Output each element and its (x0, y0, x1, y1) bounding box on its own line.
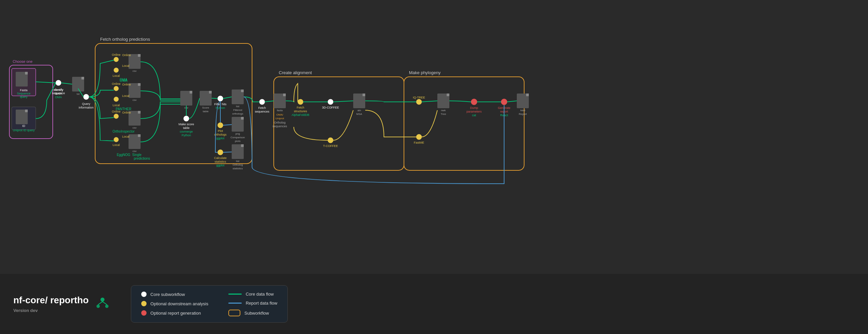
svg-text:Sequence: Sequence (17, 92, 31, 95)
svg-text:Local: Local (122, 64, 129, 67)
optional-report-label: Optional report generation (151, 311, 201, 315)
svg-text:Identify: Identify (54, 88, 63, 92)
svg-text:fasta: fasta (277, 109, 283, 112)
svg-point-146 (501, 99, 507, 105)
svg-text:Online: Online (112, 110, 121, 113)
svg-text:table: table (183, 126, 190, 130)
svg-point-133 (416, 99, 422, 104)
svg-text:Tree: Tree (441, 113, 446, 116)
svg-text:nwk: nwk (441, 109, 446, 112)
svg-text:Uniprot ID query: Uniprot ID query (13, 129, 35, 132)
svg-text:Fetch: Fetch (258, 106, 266, 110)
svg-point-120 (298, 99, 303, 104)
svg-text:Ortholog: Ortholog (233, 163, 243, 166)
legend-core-flow: Core data flow (228, 292, 277, 297)
svg-text:Fetch ortholog predictions: Fetch ortholog predictions (100, 37, 150, 42)
svg-text:query: query (20, 95, 28, 98)
svg-rect-77 (209, 91, 212, 93)
svg-text:csvmerge: csvmerge (180, 130, 193, 133)
svg-point-165 (96, 305, 100, 308)
svg-rect-54 (138, 111, 141, 114)
svg-text:orthologs: orthologs (232, 112, 243, 115)
svg-text:3D-COFFEE: 3D-COFFEE (322, 106, 339, 109)
svg-text:aln: aln (358, 109, 361, 112)
svg-text:table: table (203, 110, 209, 113)
svg-point-164 (100, 298, 104, 302)
svg-text:FastME: FastME (414, 141, 424, 144)
svg-point-32 (114, 57, 119, 62)
svg-point-89 (218, 123, 223, 128)
svg-point-21 (56, 80, 61, 86)
svg-text:Calculate: Calculate (214, 156, 227, 160)
svg-text:Local: Local (113, 74, 120, 78)
optional-report-dot (141, 310, 147, 315)
svg-point-41 (114, 86, 119, 91)
svg-rect-112 (283, 93, 286, 96)
svg-point-99 (218, 150, 223, 155)
svg-text:information: information (79, 106, 94, 109)
svg-text:OMA/: OMA/ (276, 113, 283, 116)
svg-text:Create alignment: Create alignment (279, 70, 312, 75)
svg-text:Score: Score (202, 106, 209, 109)
svg-rect-11 (25, 72, 28, 74)
svg-text:ggplot: ggplot (216, 136, 225, 140)
svg-text:Single: Single (132, 153, 142, 157)
svg-point-126 (328, 138, 333, 143)
svg-text:Local: Local (122, 135, 129, 138)
svg-text:Make phylogeny: Make phylogeny (409, 70, 441, 75)
svg-text:Dump: Dump (470, 106, 478, 110)
svg-text:Python: Python (182, 133, 191, 137)
svg-point-135 (416, 134, 422, 140)
version-label: Version dev (13, 308, 89, 313)
diagram-area: Choose one Fetch ortholog predictions Cr… (0, 0, 868, 274)
svg-rect-18 (25, 110, 28, 112)
svg-point-109 (259, 99, 265, 104)
svg-text:Report: Report (519, 113, 527, 116)
svg-text:AlphaFoldDB: AlphaFoldDB (291, 113, 309, 117)
svg-text:MSA: MSA (356, 113, 362, 116)
svg-text:Online: Online (122, 54, 131, 57)
svg-text:Online: Online (112, 53, 121, 56)
svg-text:orthologs: orthologs (214, 133, 227, 136)
svg-text:txt: txt (77, 93, 80, 95)
svg-point-80 (218, 96, 223, 101)
subworkflow-box (228, 310, 240, 316)
tree-icon (94, 296, 111, 312)
optional-downstream-dot (141, 301, 147, 306)
svg-text:Online: Online (122, 111, 131, 114)
svg-text:statistics: statistics (233, 167, 243, 170)
brand: nf-core/ reportho Version dev (13, 295, 111, 313)
legend-report-flow: Report data flow (228, 301, 277, 306)
report-flow-line (228, 303, 242, 304)
svg-rect-6 (404, 77, 524, 170)
svg-rect-27 (82, 77, 84, 80)
svg-rect-47 (138, 83, 141, 86)
svg-text:sequences: sequences (255, 110, 270, 113)
svg-text:structures: structures (294, 110, 307, 113)
svg-text:Choose one: Choose one (13, 59, 32, 63)
svg-text:html: html (520, 109, 525, 112)
svg-text:Query: Query (82, 102, 90, 105)
svg-rect-38 (138, 54, 141, 57)
svg-text:OrthoInspector: OrthoInspector (113, 130, 135, 133)
svg-text:Comparison: Comparison (230, 136, 245, 139)
legend-subworkflow: Subworkflow (228, 310, 277, 316)
svg-rect-152 (526, 93, 529, 96)
svg-point-70 (184, 116, 189, 121)
core-flow-label: Core data flow (246, 292, 274, 297)
svg-text:csv: csv (132, 126, 136, 129)
svg-rect-95 (241, 117, 244, 120)
svg-point-34 (114, 68, 119, 72)
svg-point-124 (328, 99, 333, 104)
svg-text:csv: csv (132, 98, 136, 101)
svg-text:Ortholog: Ortholog (274, 121, 286, 124)
svg-text:csv: csv (132, 150, 136, 153)
svg-text:OMA: OMA (55, 95, 62, 99)
svg-text:cat: cat (472, 114, 476, 117)
legend-core-subworkflow: Core subworkflow (141, 292, 208, 297)
svg-text:OMA: OMA (120, 79, 127, 83)
svg-text:sequences: sequences (272, 125, 287, 128)
svg-text:Local: Local (113, 103, 120, 107)
brand-name: nf-core/ reportho (13, 295, 89, 305)
svg-text:Online: Online (112, 82, 121, 86)
